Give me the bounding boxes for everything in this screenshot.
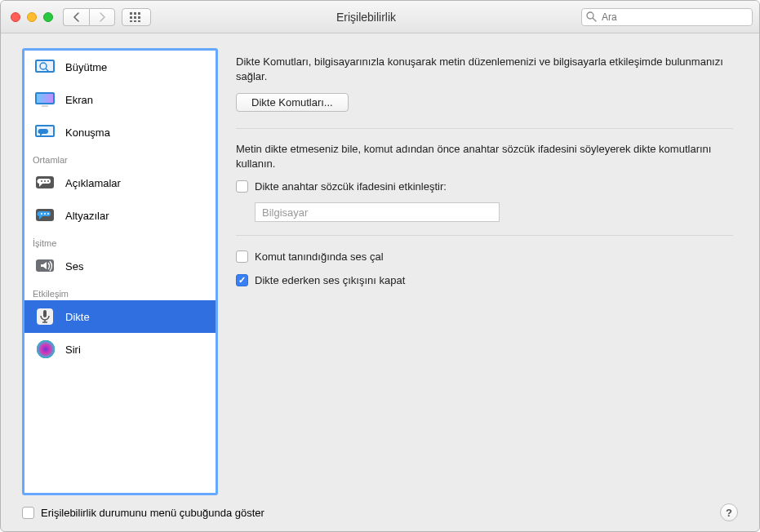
sidebar-section-interaction: Etkileşim	[24, 282, 216, 300]
search-input[interactable]	[581, 8, 753, 26]
show-all-button[interactable]	[122, 8, 151, 26]
svg-rect-16	[37, 94, 53, 103]
svg-rect-6	[130, 20, 132, 22]
svg-rect-17	[42, 105, 48, 107]
menubar-status-label: Erişilebilirlik durumunu menü çubuğunda …	[41, 507, 264, 519]
sidebar-item-descriptions[interactable]: Açıklamalar	[24, 166, 216, 199]
mute-output-checkbox[interactable]	[236, 274, 248, 286]
keyword-phrase-input[interactable]	[255, 202, 500, 222]
divider	[236, 128, 733, 129]
detail-pane: Dikte Komutları, bilgisayarınızla konuşa…	[236, 48, 738, 495]
sidebar-item-audio[interactable]: Ses	[24, 250, 216, 282]
enable-keyword-row: Dikte anahtar sözcük ifadesini etkinleşt…	[236, 180, 733, 193]
svg-rect-30	[43, 310, 47, 317]
chevron-right-icon	[98, 12, 106, 22]
play-sound-row: Komut tanındığında ses çal	[236, 250, 733, 263]
content-area: Büyütme Ekran Konuşma Ortamlar	[1, 33, 759, 531]
display-icon	[34, 90, 57, 109]
sidebar-item-label: Ekran	[65, 94, 93, 106]
search-wrap	[581, 8, 753, 26]
enable-keyword-label: Dikte anahtar sözcük ifadesini etkinleşt…	[255, 180, 447, 193]
svg-rect-5	[138, 16, 140, 19]
sidebar-item-label: Konuşma	[65, 126, 110, 139]
sidebar-item-label: Dikte	[65, 311, 90, 323]
sidebar-section-hearing: İşitme	[24, 232, 216, 250]
main-area: Büyütme Ekran Konuşma Ortamlar	[22, 48, 738, 495]
forward-button[interactable]	[89, 8, 115, 26]
play-sound-label: Komut tanındığında ses çal	[255, 250, 384, 263]
play-sound-checkbox[interactable]	[236, 250, 248, 263]
svg-rect-7	[134, 20, 136, 22]
sidebar-item-label: Ses	[65, 260, 83, 273]
sidebar-item-dictation[interactable]: Dikte	[24, 300, 216, 333]
descriptions-icon	[34, 173, 57, 193]
svg-point-25	[41, 213, 42, 215]
enable-keyword-checkbox[interactable]	[236, 180, 248, 193]
close-window-button[interactable]	[11, 12, 20, 22]
menubar-status-checkbox[interactable]	[22, 507, 34, 519]
titlebar: Erişilebilirlik	[1, 1, 759, 33]
menubar-status-row: Erişilebilirlik durumunu menü çubuğunda …	[22, 507, 264, 519]
audio-icon	[34, 256, 57, 276]
svg-point-21	[41, 180, 42, 182]
siri-icon	[34, 339, 57, 359]
keyword-desc-text: Metin dikte etmeseniz bile, komut adında…	[236, 142, 733, 171]
accessibility-window: Erişilebilirlik Büyütme	[0, 0, 760, 532]
speech-icon	[34, 122, 57, 142]
sidebar-item-label: Büyütme	[65, 61, 107, 73]
svg-line-10	[593, 18, 596, 21]
search-icon	[586, 11, 597, 22]
sidebar-item-captions[interactable]: Altyazılar	[24, 199, 216, 232]
svg-rect-4	[134, 16, 136, 19]
minimize-window-button[interactable]	[27, 12, 37, 22]
intro-text: Dikte Komutları, bilgisayarınızla konuşa…	[236, 55, 733, 83]
grid-icon	[130, 12, 143, 22]
svg-point-23	[47, 180, 49, 182]
sidebar-item-display[interactable]: Ekran	[24, 83, 216, 116]
category-sidebar[interactable]: Büyütme Ekran Konuşma Ortamlar	[22, 48, 218, 495]
sidebar-section-media: Ortamlar	[24, 149, 216, 166]
divider	[236, 235, 733, 236]
sidebar-item-speech[interactable]: Konuşma	[24, 116, 216, 149]
window-title: Erişilebilirlik	[158, 11, 575, 24]
mute-output-label: Dikte ederken ses çıkışını kapat	[255, 274, 405, 286]
sidebar-item-label: Siri	[65, 344, 81, 356]
captions-icon	[34, 206, 57, 225]
dictation-commands-button[interactable]: Dikte Komutları...	[236, 93, 349, 112]
chevron-left-icon	[73, 12, 81, 22]
footer: Erişilebilirlik durumunu menü çubuğunda …	[22, 495, 738, 521]
svg-rect-1	[134, 12, 136, 15]
svg-point-26	[44, 213, 46, 215]
sidebar-item-siri[interactable]: Siri	[24, 333, 216, 366]
sidebar-item-zoom[interactable]: Büyütme	[24, 51, 216, 83]
svg-point-22	[44, 180, 46, 182]
dictation-icon	[34, 307, 57, 326]
svg-point-27	[47, 213, 49, 215]
sidebar-item-label: Açıklamalar	[65, 177, 121, 189]
sidebar-item-label: Altyazılar	[65, 210, 109, 222]
zoom-window-button[interactable]	[43, 12, 53, 22]
nav-button-group	[63, 8, 115, 26]
svg-point-34	[37, 340, 55, 358]
back-button[interactable]	[63, 8, 89, 26]
svg-rect-0	[130, 12, 132, 15]
mute-output-row: Dikte ederken ses çıkışını kapat	[236, 274, 733, 286]
svg-rect-3	[130, 16, 132, 19]
help-button[interactable]: ?	[720, 503, 738, 521]
zoom-icon	[34, 57, 57, 77]
window-controls	[7, 12, 53, 22]
svg-rect-8	[138, 20, 140, 22]
svg-rect-2	[138, 12, 140, 15]
